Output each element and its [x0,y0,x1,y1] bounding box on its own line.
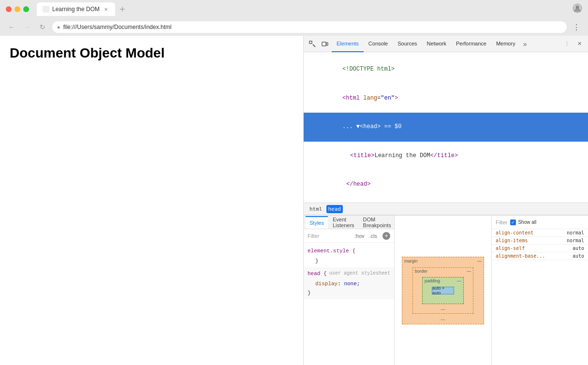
page-heading: Document Object Model [10,45,294,61]
prop-align-items: align-items [496,238,528,243]
browser-window: Learning the DOM ✕ ← → ↻ ● file:///Users… [0,0,588,365]
prop-align-content: align-content [496,230,533,235]
address-text: file:///Users/sammy/Documents/index.html [63,24,172,30]
show-all-label[interactable]: ✓ Show all [510,219,536,225]
user-agent-source: user agent stylesheet [329,269,390,277]
head-display-property: display: none; [315,279,390,289]
border-label: border [415,269,427,274]
bottom-panel: Styles Event Listeners DOM Breakpoints P… [304,215,588,365]
maximize-button[interactable] [23,6,29,12]
address-bar[interactable]: ● file:///Users/sammy/Documents/index.ht… [52,21,567,33]
bottom-dash-2: — [441,317,445,322]
svg-rect-7 [326,43,328,45]
svg-rect-0 [44,7,48,12]
more-tabs-button[interactable]: » [520,40,530,48]
address-bar-row: ← → ↻ ● file:///Users/sammy/Documents/in… [0,18,588,36]
devtools-tabs: Elements Console Sources Network Perform… [332,36,560,52]
tab-sources[interactable]: Sources [393,36,422,52]
svg-rect-2 [122,7,123,12]
margin-dash: — [477,259,482,263]
padding-label: padding [425,278,440,283]
show-all-checkbox[interactable]: ✓ [510,219,516,225]
reload-button[interactable]: ↻ [37,21,48,33]
breadcrumb-html[interactable]: html [308,205,324,213]
content-dimensions: auto × auto [432,286,454,295]
styles-tabs: Styles Event Listeners DOM Breakpoints P… [304,216,394,229]
forward-button[interactable]: → [21,21,33,33]
box-model-diagram: margin — border — padding — [395,216,491,365]
tab-elements[interactable]: Elements [332,36,364,52]
tab-performance[interactable]: Performance [451,36,491,52]
val-align-items: normal [567,238,584,243]
styles-content: element.style { } head { user agent styl… [304,243,394,365]
tab-event-listeners[interactable]: Event Listeners [329,216,358,229]
dom-tree[interactable]: <!DOCTYPE html> <html lang="en"> ... ▼<h… [304,52,588,203]
new-tab-button[interactable] [115,2,130,16]
devtools-settings-icon[interactable]: ⋮ [561,38,573,50]
styles-filter-input[interactable]: Filter [308,233,349,239]
device-toolbar-icon[interactable] [319,38,331,50]
dom-head-line[interactable]: ... ▼<head> == $0 [304,113,588,142]
computed-filter-bar: Filter ✓ Show all [492,216,588,229]
dom-breadcrumb: html head [304,203,588,215]
dom-title-line[interactable]: <title>Learning the DOM</title> [304,142,588,171]
tab-styles[interactable]: Styles [306,216,328,229]
styles-filter-bar: Filter :hov .cls + [304,229,394,243]
element-style-selector: element.style { [308,247,390,256]
prop-alignment-baseline: alignment-base... [496,253,545,259]
box-model-visual: margin — border — padding — [402,257,484,324]
tab-dom-breakpoints[interactable]: DOM Breakpoints [359,216,395,229]
cls-toggle[interactable]: .cls [368,233,379,239]
back-button[interactable]: ← [6,21,17,33]
hov-toggle[interactable]: :hov [353,233,366,239]
bottom-dash-1: — [441,307,445,312]
breadcrumb-head[interactable]: head [326,205,343,213]
inspect-element-icon[interactable] [307,38,318,50]
minimize-button[interactable] [15,6,20,12]
computed-row: align-content normal [492,229,588,237]
padding-dash: — [457,278,461,283]
val-align-self: auto [573,246,584,251]
dom-head-close-line[interactable]: </head> [304,170,588,199]
close-button[interactable] [6,6,12,12]
head-rule: head { user agent stylesheet display: no… [304,267,394,299]
address-lock-icon: ● [57,24,60,30]
user-profile-icon[interactable] [573,3,582,15]
tab-area: Learning the DOM ✕ [37,2,569,16]
head-selector: head { user agent stylesheet [308,269,390,278]
margin-label: margin [404,259,418,263]
main-content: Document Object Model Elements Console [0,36,588,365]
devtools-panel: Elements Console Sources Network Perform… [303,36,588,365]
add-style-button[interactable]: + [382,232,390,240]
tab-close-button[interactable]: ✕ [103,6,109,13]
devtools-topbar: Elements Console Sources Network Perform… [304,36,588,52]
styles-panel: Styles Event Listeners DOM Breakpoints P… [304,216,395,365]
content-box: auto × auto [432,287,454,294]
computed-filter-placeholder[interactable]: Filter [496,219,507,225]
tab-title: Learning the DOM [52,6,100,13]
browser-tab[interactable]: Learning the DOM ✕ [37,2,115,16]
dom-html-line[interactable]: <html lang="en"> [304,84,588,113]
prop-align-self: align-self [496,246,525,251]
devtools-actions: ⋮ ✕ [561,38,585,50]
element-style-close: } [315,257,390,266]
val-alignment-baseline: auto [573,253,584,259]
tab-favicon [43,6,49,13]
traffic-lights [6,6,29,12]
tab-console[interactable]: Console [364,36,393,52]
browser-menu-button[interactable]: ⋮ [571,21,582,33]
devtools-close-icon[interactable]: ✕ [573,38,585,50]
val-align-content: normal [567,230,584,235]
tab-network[interactable]: Network [422,36,451,52]
border-dash: — [467,269,471,274]
dom-body-open-line[interactable]: ▼ <body> [304,199,588,203]
styles-filter-actions: :hov .cls [353,233,379,239]
computed-properties-panel: Filter ✓ Show all align-content normal [491,216,588,365]
computed-row: align-self auto [492,245,588,252]
dom-doctype-line[interactable]: <!DOCTYPE html> [304,55,588,84]
computed-properties-list: align-content normal align-items normal … [492,229,588,365]
tab-memory[interactable]: Memory [491,36,520,52]
computed-row: align-items normal [492,237,588,245]
title-bar: Learning the DOM ✕ [0,0,588,18]
svg-rect-6 [322,42,326,46]
